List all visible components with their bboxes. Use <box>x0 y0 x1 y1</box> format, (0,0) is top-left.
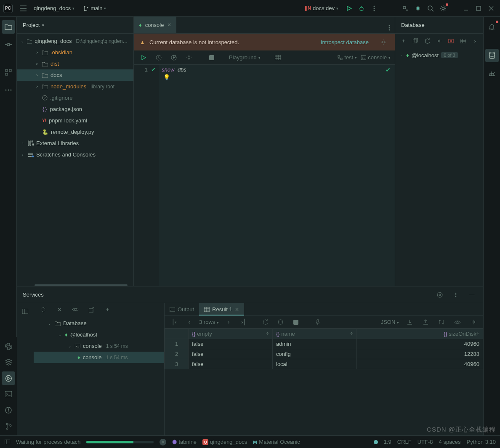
search-icon[interactable] <box>425 3 436 14</box>
cancel-icon[interactable] <box>275 317 286 328</box>
editor-tabs-more-icon[interactable] <box>384 22 395 33</box>
remove-icon[interactable]: ✕ <box>54 304 65 315</box>
hamburger-icon[interactable] <box>18 3 29 14</box>
tree-scratches[interactable]: › Scratches and Consoles <box>17 149 133 160</box>
close-result-icon[interactable]: ✕ <box>235 307 239 313</box>
expand-collapse-icon[interactable] <box>38 304 49 315</box>
svc-node-console-group[interactable]: ⌄ console 1 s 54 ms <box>34 340 164 352</box>
debug-button[interactable] <box>356 3 367 14</box>
services-tool-button[interactable] <box>2 371 15 385</box>
tx-schema-dropdown[interactable]: test ▾ <box>338 54 357 61</box>
next-page-icon[interactable]: › <box>223 317 234 328</box>
branch-dropdown[interactable]: main▾ <box>80 3 109 14</box>
code-editor[interactable]: 1 ✔ show dbs ✔ 💡 <box>134 65 395 286</box>
row-count-dropdown[interactable]: 3 rows ▾ <box>199 319 219 325</box>
run-config-dropdown[interactable]: ❚N docs:dev▾ <box>301 3 342 14</box>
tree-item[interactable]: >node_moduleslibrary root <box>17 81 133 92</box>
tree-item[interactable]: Y!pnpm-lock.yaml <box>17 115 133 126</box>
layout-icon[interactable] <box>20 306 31 317</box>
status-project-widget[interactable]: Q qingdeng_docs <box>202 439 247 445</box>
open-new-icon[interactable] <box>86 304 97 315</box>
tree-item[interactable]: >docs <box>17 69 133 81</box>
notifications-icon[interactable] <box>485 20 499 34</box>
close-tab-icon[interactable]: ✕ <box>167 22 171 28</box>
table-view-icon[interactable] <box>459 37 467 45</box>
cancel-process-icon[interactable]: ✕ <box>160 439 166 445</box>
tx-settings-icon[interactable] <box>184 52 194 63</box>
structure-tool-button[interactable] <box>2 66 15 79</box>
tool-windows-icon[interactable] <box>4 437 10 448</box>
stop-result-icon[interactable] <box>290 317 301 328</box>
tabnine-widget[interactable]: ⬢ tabnine <box>172 439 197 445</box>
hide-icon[interactable]: — <box>466 289 477 300</box>
layers-icon[interactable] <box>2 355 15 369</box>
grid-icon[interactable] <box>272 52 283 63</box>
more-tool-button[interactable] <box>2 83 15 97</box>
reload-icon[interactable] <box>260 317 271 328</box>
commit-tool-button[interactable] <box>2 38 15 51</box>
python-console-icon[interactable] <box>2 339 15 353</box>
services-more-icon[interactable] <box>450 289 461 300</box>
tab-result-1[interactable]: Result 1 ✕ <box>199 303 244 315</box>
minimize-icon[interactable] <box>460 3 471 14</box>
line-separator[interactable]: CRLF <box>397 439 412 445</box>
more-vertical-icon[interactable] <box>369 3 380 14</box>
tree-item[interactable]: >.obsidian <box>17 47 133 58</box>
table-row[interactable]: 3falselocal40960 <box>165 359 483 369</box>
duplicate-icon[interactable] <box>411 37 419 45</box>
tree-item[interactable]: >dist <box>17 58 133 69</box>
caret-position[interactable]: 1:9 <box>384 439 391 445</box>
status-indicator-icon[interactable] <box>374 440 378 444</box>
show-hide-icon[interactable] <box>70 304 81 315</box>
execute-icon[interactable] <box>138 52 149 63</box>
format-dropdown[interactable]: JSON ▾ <box>381 319 399 325</box>
collapse-right-icon[interactable]: › <box>471 37 479 45</box>
view-icon[interactable] <box>452 317 463 328</box>
tree-ext-lib[interactable]: › External Libraries <box>17 138 133 149</box>
table-row[interactable]: 2falseconfig12288 <box>165 349 483 359</box>
playground-dropdown[interactable]: Playground ▾ <box>229 54 261 61</box>
svc-node-console-item[interactable]: ♦ console 1 s 54 ms <box>34 352 164 363</box>
terminal-icon[interactable] <box>2 387 15 401</box>
encoding[interactable]: UTF-8 <box>418 439 433 445</box>
add-icon[interactable]: ＋ <box>102 304 113 315</box>
db-settings-icon[interactable] <box>435 37 443 45</box>
result-table[interactable]: {} empty ÷ {} name ÷ {} sizeOnDisk ÷ 1fa… <box>165 329 483 369</box>
compare-icon[interactable] <box>436 317 447 328</box>
charts-tool-button[interactable] <box>485 66 499 80</box>
tree-item[interactable]: .gitignore <box>17 92 133 103</box>
avatar-icon[interactable] <box>412 3 423 14</box>
table-row[interactable]: 1falseadmin40960 <box>165 339 483 349</box>
first-page-icon[interactable]: ⎮‹ <box>169 317 180 328</box>
run-button[interactable] <box>343 3 354 14</box>
tx-console-dropdown[interactable]: console ▾ <box>361 54 391 61</box>
project-header[interactable]: Project▾ <box>17 17 133 34</box>
svc-node-database[interactable]: ⌄ Database <box>34 318 164 329</box>
settings-icon[interactable] <box>438 3 449 14</box>
disconnect-icon[interactable] <box>447 37 455 45</box>
theme-widget[interactable]: ᴍ Material Oceanic <box>253 439 300 445</box>
git-icon[interactable] <box>2 419 15 433</box>
db-item-localhost[interactable]: › ♦ @localhost 0 of 3 <box>399 50 480 61</box>
explain-icon[interactable]: P <box>168 52 179 63</box>
history-icon[interactable] <box>153 52 164 63</box>
project-tool-button[interactable] <box>2 20 15 34</box>
introspect-link[interactable]: Introspect database <box>321 39 369 45</box>
inspection-ok-icon[interactable]: ✔ <box>386 66 391 73</box>
problems-icon[interactable] <box>2 403 15 417</box>
new-datasource-icon[interactable]: ＋ <box>399 37 407 45</box>
close-icon[interactable] <box>486 3 497 14</box>
pin-icon[interactable] <box>312 317 323 328</box>
result-settings-icon[interactable] <box>468 317 479 328</box>
project-dropdown[interactable]: qingdeng_docs▾ <box>30 3 78 14</box>
last-page-icon[interactable]: ›⎮ <box>238 317 249 328</box>
intention-bulb-icon[interactable]: 💡 <box>163 74 170 80</box>
export-icon[interactable] <box>404 317 415 328</box>
tree-item[interactable]: 🐍remote_deploy.py <box>17 126 133 138</box>
interpreter[interactable]: Python 3.10 <box>467 439 496 445</box>
import-icon[interactable] <box>420 317 431 328</box>
editor-tab-console[interactable]: ♦ console ✕ <box>134 16 176 33</box>
svc-node-localhost[interactable]: ⌄ ♦ @localhost <box>34 329 164 340</box>
indent[interactable]: 4 spaces <box>439 439 461 445</box>
warning-settings-icon[interactable] <box>378 37 389 48</box>
